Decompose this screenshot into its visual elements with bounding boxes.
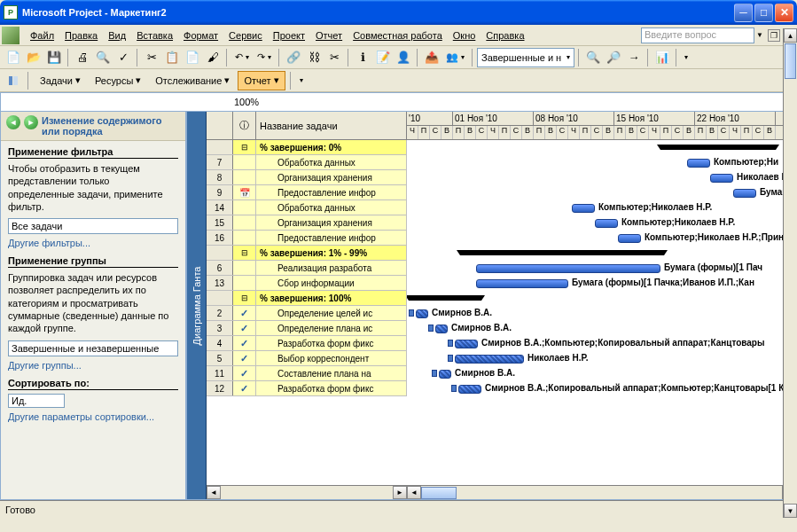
side-back-button[interactable]: ◄ bbox=[6, 115, 20, 129]
db-icon bbox=[432, 370, 437, 377]
publish-button[interactable]: 📤 bbox=[422, 48, 441, 67]
guide-tracking-button[interactable]: Отслеживание▾ bbox=[149, 71, 236, 90]
guide-tasks-button[interactable]: Задачи▾ bbox=[34, 71, 87, 90]
menu-format[interactable]: Формат bbox=[178, 27, 223, 43]
help-search[interactable]: Введите вопрос bbox=[641, 27, 754, 43]
guide-report-button[interactable]: Отчет▾ bbox=[238, 71, 285, 90]
spellcheck-button[interactable]: ✓ bbox=[113, 48, 133, 67]
zoom-in-button[interactable]: 🔍 bbox=[583, 48, 603, 67]
task-row: 12✓Разработка форм фикс bbox=[207, 381, 407, 396]
gantt-bar[interactable] bbox=[733, 189, 756, 198]
month-2: 08 Ноя '10 bbox=[534, 112, 614, 125]
v-scrollbar[interactable]: ▲ ▼ bbox=[783, 112, 796, 499]
titlebar: P Microsoft Project - Маркетинг2 ─ □ ✕ bbox=[0, 0, 797, 25]
open-button[interactable]: 📂 bbox=[24, 48, 43, 67]
excel-button[interactable]: 📊 bbox=[652, 48, 672, 67]
gantt-bar[interactable] bbox=[572, 204, 595, 213]
gantt-bar[interactable] bbox=[618, 234, 641, 243]
note-button[interactable]: 📝 bbox=[373, 48, 393, 67]
summary-bar bbox=[660, 145, 776, 150]
gantt-bar[interactable] bbox=[455, 340, 478, 348]
assign-button[interactable]: 👤 bbox=[394, 48, 413, 67]
svg-rect-1 bbox=[13, 76, 18, 85]
menu-service[interactable]: Сервис bbox=[223, 27, 268, 43]
group-button[interactable]: 👥▾ bbox=[442, 48, 468, 67]
group-row: ⊟% завершения: 1% - 99% bbox=[207, 246, 407, 261]
maximize-button[interactable]: □ bbox=[754, 4, 773, 22]
menu-collab[interactable]: Совместная работа bbox=[348, 27, 448, 43]
link-button[interactable]: 🔗 bbox=[284, 48, 303, 67]
side-sort-link[interactable]: Другие параметры сортировки... bbox=[8, 411, 178, 422]
gantt-bar[interactable] bbox=[416, 309, 428, 318]
new-button[interactable]: 📄 bbox=[4, 48, 23, 67]
task-row: 16Предоставление инфор bbox=[207, 231, 407, 246]
gantt-view: ⓘ Название задачи '10 01 Ноя '10 08 Ноя … bbox=[207, 112, 796, 499]
menu-view[interactable]: Вид bbox=[103, 27, 131, 43]
mdi-restore-button[interactable]: ❐ bbox=[768, 29, 780, 42]
paste-button[interactable]: 📄 bbox=[183, 48, 202, 67]
side-group-link[interactable]: Другие группы... bbox=[8, 360, 178, 371]
split-button[interactable]: ✂ bbox=[324, 48, 344, 67]
side-group-combo[interactable] bbox=[8, 340, 178, 356]
toolbar-guide: Задачи▾ Ресурсы▾ Отслеживание▾ Отчет▾ ▾ bbox=[0, 69, 797, 92]
side-filter-heading: Применение фильтра bbox=[8, 146, 178, 159]
zoom-out-button[interactable]: 🔎 bbox=[604, 48, 623, 67]
goto-button[interactable]: → bbox=[624, 48, 644, 67]
side-fwd-button[interactable]: ► bbox=[24, 115, 38, 129]
menu-insert[interactable]: Вставка bbox=[131, 27, 178, 43]
gantt-bar[interactable] bbox=[476, 279, 568, 288]
gantt-bar[interactable] bbox=[595, 219, 618, 228]
col-info[interactable]: ⓘ bbox=[233, 112, 256, 139]
unlink-button[interactable]: ⛓ bbox=[304, 48, 324, 67]
menu-window[interactable]: Окно bbox=[448, 27, 481, 43]
info-button[interactable]: ℹ bbox=[353, 48, 372, 67]
gantt-bar[interactable] bbox=[455, 355, 524, 364]
cut-button[interactable]: ✂ bbox=[142, 48, 161, 67]
save-button[interactable]: 💾 bbox=[44, 48, 64, 67]
close-button[interactable]: ✕ bbox=[775, 4, 793, 22]
task-table[interactable]: ⊟% завершения: 0% 7Обработка данных 8Орг… bbox=[207, 140, 407, 485]
gantt-chart[interactable]: Компьютер;Ни Николаев Н Бумага (фо Компь… bbox=[407, 140, 796, 485]
col-id[interactable] bbox=[207, 112, 233, 139]
h-scrollbar[interactable]: ◄► ◄► bbox=[207, 485, 796, 499]
side-sort-combo[interactable] bbox=[8, 394, 65, 408]
side-pane: ◄ ► Изменение содержимого или порядка Пр… bbox=[1, 112, 187, 499]
minimize-button[interactable]: ─ bbox=[734, 4, 753, 22]
task-row: 7Обработка данных bbox=[207, 155, 407, 170]
group-row: ⊟% завершения: 100% bbox=[207, 291, 407, 306]
menu-edit[interactable]: Правка bbox=[59, 27, 103, 43]
side-filter-text: Чтобы отобразить в текущем представлении… bbox=[8, 162, 178, 213]
gantt-bar[interactable] bbox=[476, 264, 660, 273]
status-bar: Готово bbox=[0, 500, 797, 518]
menu-file[interactable]: Файл bbox=[25, 27, 59, 43]
redo-button[interactable]: ↷▾ bbox=[254, 48, 275, 67]
gantt-bar[interactable] bbox=[687, 159, 710, 168]
tb-overflow-icon[interactable]: ▾ bbox=[681, 48, 692, 67]
tb2-overflow-icon[interactable]: ▾ bbox=[296, 71, 307, 90]
menu-report[interactable]: Отчет bbox=[310, 27, 348, 43]
filter-combo[interactable]: Завершенные и н▾ bbox=[477, 48, 574, 67]
side-filter-combo[interactable] bbox=[8, 218, 178, 234]
gantt-bar[interactable] bbox=[710, 174, 733, 183]
task-row: 2✓Определение целей ис bbox=[207, 306, 407, 321]
db-icon bbox=[428, 325, 434, 332]
gantt-bar[interactable] bbox=[435, 325, 448, 333]
menu-help[interactable]: Справка bbox=[481, 27, 529, 43]
gantt-bar[interactable] bbox=[439, 370, 451, 379]
menu-project[interactable]: Проект bbox=[268, 27, 310, 43]
col-name[interactable]: Название задачи bbox=[256, 112, 407, 139]
db-icon bbox=[448, 340, 453, 347]
month-3: 15 Ноя '10 bbox=[614, 112, 695, 125]
side-filter-link[interactable]: Другие фильтры... bbox=[8, 238, 178, 248]
check-icon: ✓ bbox=[240, 368, 248, 379]
project-icon bbox=[2, 27, 20, 44]
format-painter-button[interactable]: 🖌 bbox=[203, 48, 223, 67]
guide-toggle-button[interactable] bbox=[4, 71, 23, 90]
copy-button[interactable]: 📋 bbox=[162, 48, 182, 67]
gantt-tab[interactable]: Диаграмма Ганта bbox=[187, 112, 207, 499]
guide-resources-button[interactable]: Ресурсы▾ bbox=[89, 71, 147, 90]
gantt-bar[interactable] bbox=[458, 385, 481, 394]
print-button[interactable]: 🖨 bbox=[73, 48, 92, 67]
print-preview-button[interactable]: 🔍 bbox=[93, 48, 113, 67]
undo-button[interactable]: ↶▾ bbox=[231, 48, 253, 67]
